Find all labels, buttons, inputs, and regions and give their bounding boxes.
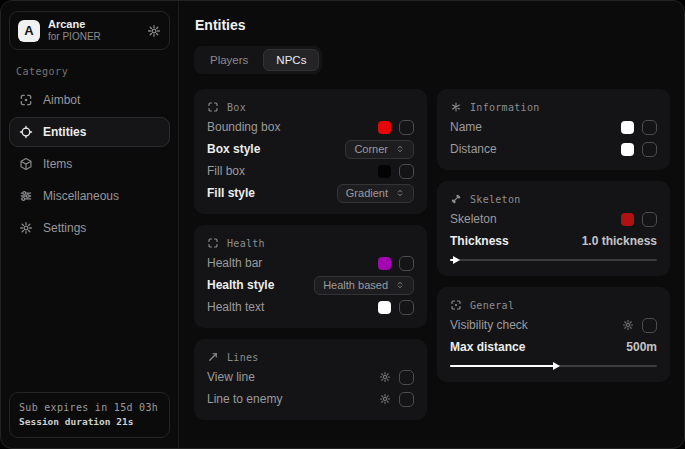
crosshair-icon	[19, 93, 33, 107]
visibility-check-settings-gear-icon[interactable]	[622, 319, 634, 331]
row-fill-style: Fill style Gradient	[207, 182, 414, 204]
sidebar-item-label: Entities	[43, 125, 86, 139]
distance-color-swatch[interactable]	[621, 143, 634, 156]
fill-style-dropdown[interactable]: Gradient	[337, 184, 414, 203]
health-text-checkbox[interactable]	[399, 300, 414, 315]
app-logo-letter: A	[24, 23, 33, 38]
card-general: General Visibility check Max distance 50…	[437, 287, 670, 382]
max-distance-slider[interactable]	[450, 360, 657, 372]
sidebar-item-items[interactable]: Items	[9, 149, 170, 179]
row-label: Max distance	[450, 340, 525, 354]
row-label: Bounding box	[207, 120, 280, 134]
right-column: Information Name Distance	[437, 89, 670, 382]
card-skeleton: Skeleton Skeleton Thickness 1.0 thicknes…	[437, 181, 670, 276]
skeleton-color-swatch[interactable]	[621, 213, 634, 226]
line-to-enemy-settings-gear-icon[interactable]	[379, 393, 391, 405]
sidebar-item-settings[interactable]: Settings	[9, 213, 170, 243]
app-settings-gear-icon[interactable]	[147, 24, 161, 38]
card-skeleton-header: Skeleton	[450, 190, 657, 208]
category-label: Category	[16, 66, 163, 77]
slider-fill	[450, 365, 554, 367]
row-label: Thickness	[450, 234, 509, 248]
row-label: Name	[450, 120, 482, 134]
sidebar-item-miscellaneous[interactable]: Miscellaneous	[9, 181, 170, 211]
health-bar-checkbox[interactable]	[399, 256, 414, 271]
row-health-style: Health style Health based	[207, 274, 414, 296]
card-title: Lines	[227, 352, 259, 363]
view-line-settings-gear-icon[interactable]	[379, 371, 391, 383]
bounding-box-icon	[207, 237, 219, 249]
slider-thumb[interactable]	[553, 362, 560, 370]
sub-expires-text: Sub expires in 15d 03h	[19, 400, 160, 416]
card-information-header: Information	[450, 98, 657, 116]
view-line-checkbox[interactable]	[399, 370, 414, 385]
chevron-up-down-icon	[395, 188, 405, 198]
app-logo: A	[18, 20, 40, 42]
card-general-header: General	[450, 296, 657, 314]
thickness-slider[interactable]	[450, 254, 657, 266]
fill-box-color-swatch[interactable]	[378, 165, 391, 178]
page-title: Entities	[195, 17, 670, 33]
distance-checkbox[interactable]	[642, 142, 657, 157]
slider-track	[450, 259, 657, 261]
row-name: Name	[450, 116, 657, 138]
row-label: Distance	[450, 142, 497, 156]
name-color-swatch[interactable]	[621, 121, 634, 134]
row-box-style: Box style Corner	[207, 138, 414, 160]
card-title: Information	[470, 102, 540, 113]
line-to-enemy-checkbox[interactable]	[399, 392, 414, 407]
health-text-color-swatch[interactable]	[378, 301, 391, 314]
card-title: Health	[227, 238, 265, 249]
sidebar-item-aimbot[interactable]: Aimbot	[9, 85, 170, 115]
bounding-box-icon	[207, 101, 219, 113]
row-label: Box style	[207, 142, 260, 156]
row-fill-box: Fill box	[207, 160, 414, 182]
row-health-text: Health text	[207, 296, 414, 318]
tab-npcs[interactable]: NPCs	[263, 49, 319, 71]
chevron-up-down-icon	[395, 280, 405, 290]
bone-icon	[450, 193, 462, 205]
row-bounding-box: Bounding box	[207, 116, 414, 138]
visibility-check-checkbox[interactable]	[642, 318, 657, 333]
health-style-dropdown[interactable]: Health based	[314, 276, 414, 295]
dropdown-value: Gradient	[346, 187, 388, 199]
row-health-bar: Health bar	[207, 252, 414, 274]
sidebar-item-label: Items	[43, 157, 72, 171]
sidebar-item-label: Aimbot	[43, 93, 80, 107]
card-box: Box Bounding box Box style Corner	[194, 89, 427, 214]
card-lines: Lines View line Line to enemy	[194, 339, 427, 420]
bounding-box-checkbox[interactable]	[399, 120, 414, 135]
asterisk-icon	[450, 101, 462, 113]
left-column: Box Bounding box Box style Corner	[194, 89, 427, 420]
row-label: Line to enemy	[207, 392, 282, 406]
card-title: Skeleton	[470, 194, 521, 205]
bounding-box-color-swatch[interactable]	[378, 121, 391, 134]
sidebar-item-entities[interactable]: Entities	[9, 117, 170, 147]
app-title-block: Arcane for PIONER	[48, 18, 101, 43]
row-label: Health style	[207, 278, 274, 292]
tab-players[interactable]: Players	[197, 49, 261, 71]
slider-thumb[interactable]	[453, 256, 460, 264]
app-header: A Arcane for PIONER	[9, 11, 170, 50]
card-lines-header: Lines	[207, 348, 414, 366]
fill-box-checkbox[interactable]	[399, 164, 414, 179]
thickness-value: 1.0 thickness	[582, 234, 657, 248]
box-style-dropdown[interactable]: Corner	[345, 140, 414, 159]
row-label: Visibility check	[450, 318, 528, 332]
gear-icon	[19, 221, 33, 235]
health-bar-color-swatch[interactable]	[378, 257, 391, 270]
card-title: Box	[227, 102, 246, 113]
skeleton-checkbox[interactable]	[642, 212, 657, 227]
row-visibility-check: Visibility check	[450, 314, 657, 336]
card-health-header: Health	[207, 234, 414, 252]
sidebar-nav: Aimbot Entities Items Miscellaneous Sett…	[9, 85, 170, 243]
name-checkbox[interactable]	[642, 120, 657, 135]
entity-type-tabs: Players NPCs	[194, 46, 322, 74]
card-health: Health Health bar Health style Health ba…	[194, 225, 427, 328]
sidebar: A Arcane for PIONER Category Aimbot Enti…	[1, 1, 179, 448]
card-title: General	[470, 300, 514, 311]
row-view-line: View line	[207, 366, 414, 388]
row-label: Fill style	[207, 186, 255, 200]
row-max-distance: Max distance 500m	[450, 336, 657, 358]
diagonal-line-icon	[207, 351, 219, 363]
